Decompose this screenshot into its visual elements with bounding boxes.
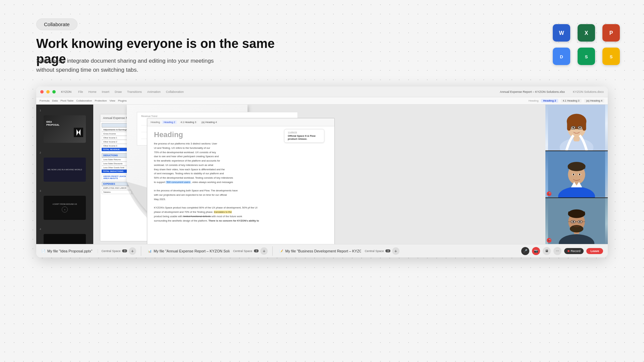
close-dot xyxy=(40,90,44,94)
file-tabs-bar: 📄 My file "Idea Proposal.pptx" Central S… xyxy=(36,244,608,257)
maximize-dot xyxy=(52,90,56,94)
add-tab-btn-1[interactable]: + xyxy=(129,247,136,255)
menu-transitions[interactable]: Transitions xyxy=(127,90,142,94)
gslides-icon[interactable]: S xyxy=(602,48,620,65)
doc-toolbar-heading: Heading xyxy=(151,121,160,124)
slide-3-thumb[interactable]: A SHIFT FROM AROUND US ● xyxy=(44,196,86,220)
row-label-1: Adjustments to Earnings xyxy=(102,128,132,132)
ui-main-area: 1 IDEAPROPOSAL xyxy=(36,105,608,244)
camera-button[interactable]: 📷 xyxy=(532,247,540,255)
file-tab-3[interactable]: 📝 My file "Business Development Report –… xyxy=(274,249,361,253)
ded-label-3: Less Other Goods Sold xyxy=(102,166,132,170)
plugins-label: Plugins xyxy=(118,99,127,102)
slide-1-thumb[interactable]: IDEAPROPOSAL xyxy=(44,115,86,143)
svg-rect-55 xyxy=(568,165,585,169)
doc-inner-toolbar: Heading Heading 2 4.1 Heading 3 (a) Head… xyxy=(147,118,334,126)
svg-rect-42 xyxy=(582,121,586,130)
docx-icon: 📝 xyxy=(279,249,283,253)
doc-para-14: KYZON's Space product has completed 90% … xyxy=(154,206,328,210)
xlsx-icon: 📊 xyxy=(148,249,152,253)
slides-sidebar: 1 IDEAPROPOSAL xyxy=(36,105,93,244)
menu-home[interactable]: Home xyxy=(89,90,97,94)
svg-point-58 xyxy=(573,174,575,176)
file-tab-2-name: My file "Annual Expense Report – KYZON S… xyxy=(154,249,230,253)
central-space-1: Central Space xyxy=(101,249,120,253)
video-feed-2: 🎤 xyxy=(545,151,608,197)
record-button[interactable]: Record xyxy=(564,248,584,254)
document-layer: Heading Heading 2 4.1 Heading 3 (a) Head… xyxy=(147,118,335,244)
doc-para-9: 50% of the developmental workload. Testi… xyxy=(154,176,328,180)
menu-animation[interactable]: Animation xyxy=(147,90,161,94)
doc-para-7: they share their video, how each Space i… xyxy=(154,168,328,172)
slide-1-text: IDEAPROPOSAL xyxy=(46,120,59,126)
space-indicator-3: Central Space 3 + xyxy=(361,247,403,255)
svg-text:W: W xyxy=(559,30,564,36)
pptx-icon: 📄 xyxy=(42,249,45,253)
doc-para-8: of sent messages. Testing refers to stab… xyxy=(154,172,328,176)
app-icons-section: W X P D xyxy=(553,24,620,65)
video-3-icons: 🎤 xyxy=(547,238,551,243)
minimize-dot xyxy=(46,90,50,94)
doc-toolbar-heading4: (a) Heading 4 xyxy=(200,120,218,124)
slide-4-num: 4 xyxy=(40,228,41,231)
slide-3-text: A SHIFT FROM AROUND US xyxy=(53,203,77,205)
menu-collaboration[interactable]: Collaboration xyxy=(166,90,184,94)
slide-3-globe: ● xyxy=(64,208,65,210)
exp-label-2: Salaries xyxy=(102,190,132,194)
file-tab-3-name: My file "Business Development Report – K… xyxy=(285,249,361,253)
person-2-svg xyxy=(545,151,608,197)
doc2-title: KYZON Solutions.docx xyxy=(573,90,604,94)
formula-label: Formula xyxy=(40,99,49,102)
chart-title-label: Revenue Trend xyxy=(141,115,293,117)
file-tab-2[interactable]: 📊 My file "Annual Expense Report – KYZON… xyxy=(143,249,230,253)
powerpoint-icon[interactable]: P xyxy=(602,24,620,42)
menu-insert[interactable]: Insert xyxy=(102,90,110,94)
secondary-toolbar: Formula Data Pivot Table Collaboration P… xyxy=(36,97,608,105)
screen-share-button[interactable]: 🖥 xyxy=(543,247,551,255)
add-tab-btn-2[interactable]: + xyxy=(260,247,268,255)
mic-button[interactable]: 🎤 xyxy=(521,247,529,255)
total-ded-label: TOTAL DEDUCTIONS xyxy=(102,170,132,173)
slide-2-thumb[interactable]: WE NOW LIVE IN A MOVING WORLD xyxy=(44,158,86,182)
gsheets-icon[interactable]: S xyxy=(578,48,595,65)
svg-text:D: D xyxy=(560,54,563,59)
pivot-table-label: Pivot Table xyxy=(60,99,73,102)
slide-2-text: WE NOW LIVE IN A MOVING WORLD xyxy=(47,168,82,171)
slide-3-num: 3 xyxy=(40,189,41,192)
heading-3-badge: 4.1 Heading 3 xyxy=(561,99,582,103)
svg-rect-41 xyxy=(567,121,571,130)
heading-2-badge: Heading 2 xyxy=(541,99,558,103)
record-label: Record xyxy=(571,249,580,253)
excel-icon[interactable]: X xyxy=(578,24,595,42)
add-tab-btn-3[interactable]: + xyxy=(392,247,399,255)
row-label-3: Other Income 1 xyxy=(102,136,132,140)
word-icon[interactable]: W xyxy=(553,24,570,42)
video-3-mic-off: 🎤 xyxy=(547,238,551,243)
file-tab-1[interactable]: 📄 My file "Idea Proposal.pptx" xyxy=(36,249,98,253)
ui-screenshot: KYZON File Home Insert Draw Transitions … xyxy=(36,86,608,257)
doc-para-4: due to see and hear other participant cr… xyxy=(154,155,328,159)
doc-para-12: with our projections and are expected to… xyxy=(154,193,328,197)
slide-2-container: 2 WE NOW LIVE IN A MOVING WORLD xyxy=(36,147,93,186)
row-label-4: Other Income 2 xyxy=(102,140,132,144)
video-2-icons: 🎤 xyxy=(547,191,551,196)
doc-title: Annual Expense Report – KYZON Solutions.… xyxy=(500,90,565,94)
space-count-3: 3 xyxy=(385,249,390,252)
slide-3-container: 3 A SHIFT FROM AROUND US ● xyxy=(36,186,93,224)
heading-4-badge: (a) Heading 4 xyxy=(584,99,604,103)
menu-draw[interactable]: Draw xyxy=(115,90,122,94)
leave-button[interactable]: Leave xyxy=(586,248,603,254)
more-options-button[interactable]: ⋯ xyxy=(553,247,561,255)
person-3-svg xyxy=(545,198,608,244)
app-icons-row-2: D S S xyxy=(553,48,620,65)
doc-para-6: workload. UI consists of key milestones … xyxy=(154,163,328,168)
doc-para-16: product being usable with limited functi… xyxy=(154,215,328,219)
slide-4-thumb[interactable]: A SHIFT FROM AROUND USTO BEYOND US xyxy=(44,234,86,244)
doc-para-15: phase of development and 70% of the Test… xyxy=(154,210,328,215)
gdocs-icon[interactable]: D xyxy=(553,48,570,65)
doc-para-11: in the process of developing both Space … xyxy=(154,189,328,193)
svg-text:X: X xyxy=(585,30,588,36)
svg-text:S: S xyxy=(585,54,588,59)
menu-file[interactable]: File xyxy=(78,90,83,94)
doc-para-3: 70% of the developmental workload. UX co… xyxy=(154,150,328,155)
